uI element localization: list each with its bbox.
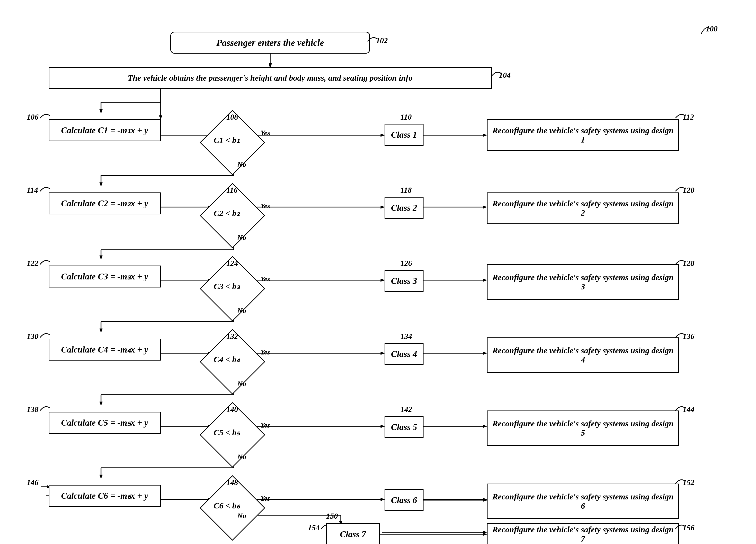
svg-marker-76: [159, 115, 162, 119]
flowchart-diagram: 100 Passenger enters the vehicle 102 The…: [0, 0, 756, 544]
ref-140: 140: [226, 405, 238, 414]
svg-marker-5: [100, 109, 102, 113]
class4-box: Class 4: [385, 343, 424, 365]
svg-marker-39: [381, 352, 385, 355]
svg-marker-74: [483, 533, 487, 536]
svg-marker-72: [483, 499, 487, 502]
ref-126: 126: [400, 259, 412, 268]
calc1-box: Calculate C1 = -m₁x + y: [49, 119, 161, 141]
class1-box: Class 1: [385, 124, 424, 146]
obtain-box: The vehicle obtains the passenger's heig…: [49, 67, 492, 89]
svg-marker-11: [483, 134, 487, 137]
ref-108: 108: [226, 112, 238, 121]
calc3-box: Calculate C3 = -m₃x + y: [49, 265, 161, 288]
ref-110: 110: [400, 112, 412, 121]
svg-marker-19: [381, 205, 385, 208]
ref-142: 142: [400, 405, 412, 414]
ref-150: 150: [326, 512, 338, 521]
svg-marker-78: [269, 63, 272, 67]
diamond3-label: C3 < b₃: [214, 282, 240, 291]
yes4-label: Yes: [260, 348, 270, 356]
yes5-label: Yes: [260, 421, 270, 429]
svg-marker-67: [483, 531, 487, 534]
svg-marker-9: [381, 134, 385, 137]
svg-marker-15: [100, 182, 102, 186]
ref-118: 118: [400, 186, 412, 195]
svg-marker-55: [100, 475, 102, 479]
svg-marker-45: [100, 402, 102, 406]
action2-box: Reconfigure the vehicle's safety systems…: [487, 192, 679, 224]
diamond2-label: C2 < b₂: [214, 208, 240, 218]
yes3-label: Yes: [260, 275, 270, 283]
ref-116: 116: [226, 186, 238, 195]
ref-138: 138: [27, 405, 38, 414]
no2-label: No: [237, 233, 246, 242]
ref-114: 114: [27, 186, 38, 195]
ref-106: 106: [27, 112, 38, 121]
no5-label: No: [237, 453, 246, 461]
class7-box: Class 7: [326, 523, 380, 544]
svg-marker-61: [483, 498, 487, 501]
diamond6-label: C6 < b₆: [214, 501, 240, 510]
action1-box: Reconfigure the vehicle's safety systems…: [487, 119, 679, 151]
start-box: Passenger enters the vehicle: [170, 32, 370, 54]
svg-marker-41: [483, 352, 487, 355]
ref-122: 122: [27, 259, 38, 268]
ref-148: 148: [226, 478, 238, 487]
diamond5-label: C5 < b₅: [214, 428, 240, 437]
class2-box: Class 2: [385, 197, 424, 219]
action6-box: Reconfigure the vehicle's safety systems…: [487, 484, 679, 519]
svg-marker-25: [100, 255, 102, 259]
ref-124: 124: [226, 259, 238, 268]
action3-box: Reconfigure the vehicle's safety systems…: [487, 264, 679, 300]
action5-box: Reconfigure the vehicle's safety systems…: [487, 411, 679, 446]
calc6-box: Calculate C6 = -m₆x + y: [49, 485, 161, 507]
action7-box: Reconfigure the vehicle's safety systems…: [487, 523, 679, 544]
yes2-label: Yes: [260, 202, 270, 210]
no4-label: No: [237, 380, 246, 388]
ref-146: 146: [27, 478, 38, 487]
calc2-box: Calculate C2 = -m₂x + y: [49, 192, 161, 214]
svg-marker-35: [100, 329, 102, 333]
action4-box: Reconfigure the vehicle's safety systems…: [487, 338, 679, 373]
ref-130: 130: [27, 332, 38, 341]
no1-label: No: [237, 160, 246, 168]
class3-box: Class 3: [385, 270, 424, 292]
svg-marker-49: [381, 425, 385, 428]
ref-154: 154: [308, 523, 320, 532]
yes1-label: Yes: [260, 129, 270, 137]
svg-marker-51: [483, 425, 487, 428]
svg-marker-31: [483, 279, 487, 282]
diamond4-label: C4 < b₄: [214, 355, 240, 364]
svg-marker-21: [483, 205, 487, 208]
calc4-box: Calculate C4 = -m₄x + y: [49, 339, 161, 361]
diamond1-label: C1 < b₁: [214, 135, 240, 145]
svg-marker-29: [381, 279, 385, 282]
no6-label: No: [237, 512, 246, 520]
class6-box: Class 6: [385, 489, 424, 511]
no3-label: No: [237, 307, 246, 315]
svg-marker-59: [381, 498, 385, 501]
class5-box: Class 5: [385, 416, 424, 438]
ref-132: 132: [226, 332, 238, 341]
yes6-label: Yes: [260, 494, 270, 502]
ref-134: 134: [400, 332, 412, 341]
calc5-box: Calculate C5 = -m₅x + y: [49, 412, 161, 434]
